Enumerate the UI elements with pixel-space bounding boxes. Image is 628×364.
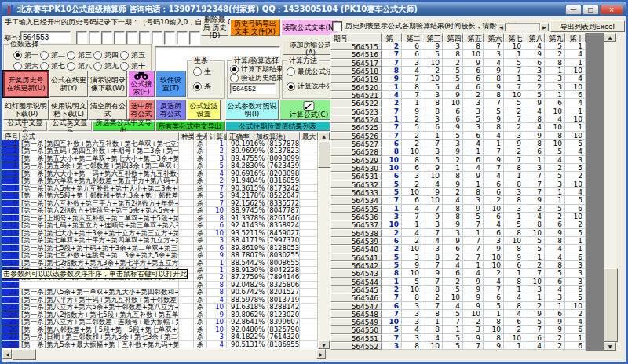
history-row[interactable]: 56455238105791426 (330, 342, 586, 350)
scroll-right-icon[interactable]: ▶ (316, 349, 326, 359)
history-row[interactable]: 56453710139745862 (330, 220, 586, 228)
formula-row[interactable]: 4[第一杀]第五3余+第七邻数差+第四3余+第二单双+第五邻数杀584.2830… (2, 162, 318, 169)
history-row[interactable]: 56454415729481063 (330, 278, 586, 286)
formula-row[interactable]: 16[第一杀]第七互补数+连跳号+第二3余+第九5余+第七2指数方杀988.78… (2, 252, 318, 259)
sha-option-sheng[interactable]: 生 (193, 67, 211, 76)
history-digit-input[interactable] (126, 31, 137, 45)
digit-option-10[interactable]: 第十 (120, 60, 147, 71)
update-formula-online-button[interactable]: 公式在线更新(Y) (49, 71, 88, 97)
calc-option-next[interactable]: 计算下期结果 (230, 65, 283, 74)
history-row[interactable]: 56454381096421753 (330, 269, 586, 277)
history-row[interactable]: 56452881039172654 (330, 147, 586, 155)
history-row[interactable]: 56452575693824101 (330, 123, 586, 131)
scroll-thumb[interactable] (318, 141, 331, 168)
history-row[interactable]: 56452147392810516 (330, 91, 586, 99)
history-row[interactable]: 56453962497310581 (330, 237, 586, 245)
formula-row[interactable]: 12[第一杀]第七码+第五立方+连顺号+第三单双+第六平方+第十杀692.414… (2, 222, 318, 229)
digit-option-2[interactable]: 第二 (40, 49, 67, 60)
history-column-header[interactable]: 第八 (524, 33, 545, 42)
formula-column-header[interactable]: 正确率（加权算法） (227, 132, 300, 140)
label-scroll-track[interactable] (506, 23, 540, 31)
demo-video-download-button[interactable]: 演示说明录像下载(W) (89, 71, 127, 97)
history-table-vscrollbar[interactable]: ▲ ▼ (604, 33, 616, 351)
history-row[interactable]: 56451676581031924 (330, 50, 586, 58)
history-row[interactable]: 56451773102945681 (330, 59, 586, 67)
scroll-down-icon[interactable]: ▼ (318, 340, 330, 349)
history-row[interactable]: 56454678210964135 (330, 293, 586, 301)
position-results-button[interactable]: 公式往期位置值结果列表 (225, 121, 330, 131)
formula-row[interactable]: 25[第一杀]第八立方+第二邻数差+连顺号+最大振幅+第三2指数杀1092.86… (2, 318, 318, 326)
history-row[interactable]: 56452910852697143 (330, 156, 586, 164)
filter-settings-button[interactable]: 公式过滤设置 (187, 100, 221, 120)
history-column-header[interactable]: 第一 (382, 33, 402, 42)
formula-row[interactable]: 2[第一杀]第五码+第四互补数+本期号+第二3余+第一5余+第十杀289.969… (2, 147, 318, 155)
scroll-left-icon[interactable]: ◀ (2, 349, 12, 359)
export-history-file-button[interactable]: 历史号码导出文本 文件(X) (230, 19, 280, 36)
history-row[interactable]: 56452221810375964 (330, 99, 586, 107)
history-digit-input[interactable] (189, 31, 200, 45)
formula-row[interactable]: 11[第一杀]上期号+第六互补数+第二单双+第十5段+第八码+第杀891.337… (2, 215, 318, 222)
history-row[interactable]: 56452018546972310 (330, 83, 586, 91)
calculate-formula-button[interactable]: 计算公式(C) (279, 100, 338, 120)
formula-column-header[interactable]: 计算值 (207, 132, 227, 140)
history-row[interactable]: 56454521085971346 (330, 286, 586, 293)
history-digit-input[interactable] (139, 31, 150, 45)
history-row[interactable]: 56452412365978410 (330, 115, 586, 123)
formula-row[interactable]: 14[第一杀]第七单双+第十平方+第四单双+第九立方+第四单双杀388.4171… (2, 237, 318, 244)
formula-row[interactable]: 17[第一杀]第七2指数方+第九3余+第七平方+第五立方+本期号杀188.544… (2, 260, 318, 267)
minimize-button[interactable]: — (565, 5, 582, 15)
formula-table-hscrollbar[interactable]: ◀ ▶ (2, 349, 326, 359)
update-history-online-button[interactable]: 开奖历史号在线更新(U) (3, 71, 49, 97)
close-button[interactable]: × (600, 5, 623, 15)
formula-row[interactable]: 28[第一杀]第九5余+最大振幅+第十互补数+第九码+第九5段+月杀490.51… (2, 341, 318, 348)
history-row[interactable]: 56453163108941752 (330, 172, 586, 180)
history-row[interactable]: 56453252491687310 (330, 180, 586, 188)
history-column-header[interactable]: 第四 (443, 33, 463, 42)
history-row[interactable]: 56454021036798541 (330, 245, 586, 253)
label-scroll-right-icon[interactable]: ▶ (540, 23, 549, 31)
formula-row[interactable]: 7[第一杀]第六5余+第九互补数+第十大小+第二3余+同上期数杀790.3615… (2, 185, 318, 192)
history-column-header[interactable]: 第二 (402, 33, 422, 42)
formula-row[interactable]: 24[第一杀]第八2指数方+第七5段+第九互补数+第五单双+第八杀989.806… (2, 311, 318, 318)
formula-row[interactable]: 5[第一杀]第六大小+第一码+第六互补数+第九互补数+第四码杀490.6916%… (2, 170, 318, 177)
export-excel-button[interactable]: 导出列表到Excel (550, 20, 625, 32)
history-row[interactable]: 56453476104328915 (330, 196, 586, 204)
formula-row[interactable]: 10[第一杀]第六2指数方+连跳号+第三5余+第六5余+上期号+第杀1088.9… (2, 207, 318, 214)
software-settings-button[interactable]: 软件设置(T) (155, 71, 186, 97)
formula-row[interactable]: 23[第一杀]第八立方+第六5余+第十邻数差+第八立方+第九2指杀1091.63… (2, 304, 318, 311)
history-row[interactable]: 56454259741106283 (330, 261, 586, 269)
formula-column-header[interactable]: 生杀 (194, 132, 207, 140)
method-option-best[interactable]: 最优公式法 (287, 67, 333, 76)
history-column-header[interactable]: 第十 (565, 33, 586, 42)
history-row[interactable]: 56452672156439810 (330, 132, 586, 140)
scroll-up-icon[interactable]: ▲ (318, 132, 330, 140)
history-row[interactable]: 56453514789103256 (330, 205, 586, 213)
formula-row[interactable]: 8[第一杀]第六5段+第十邻数和+第九3余+第十邻数差+第二互杀594.2178… (2, 192, 318, 199)
chinese-display-button[interactable]: 公式中文显示 (3, 121, 47, 131)
formula-search-button[interactable]: 公式搜索(F) (128, 71, 155, 97)
history-column-header[interactable]: 第九 (545, 33, 565, 42)
formula-column-header[interactable]: 序号 (2, 132, 20, 140)
select-all-formulas-button[interactable]: 选中所有公式 (128, 100, 155, 120)
history-row[interactable]: 56454873851014962 (330, 310, 586, 318)
history-row[interactable]: 56455054813102796 (330, 326, 586, 333)
history-row[interactable]: 56454763749582110 (330, 302, 586, 310)
export-all-chinese-button[interactable]: 所有类公式中文导出 (155, 121, 225, 131)
history-column-header[interactable]: 第五 (463, 33, 484, 42)
history-digit-input[interactable] (164, 31, 175, 45)
scroll-thumb[interactable] (604, 268, 618, 342)
scroll-up-icon[interactable]: ▲ (604, 33, 616, 42)
history-row[interactable]: 56454910317286594 (330, 318, 586, 326)
history-digit-input[interactable] (89, 31, 100, 45)
delete-last-history-button[interactable]: 删除最后 历史(D) (201, 19, 228, 36)
history-row[interactable]: 56451997105681234 (330, 75, 586, 82)
maximize-button[interactable]: □ (582, 5, 599, 15)
clear-all-formulas-button[interactable]: 清空所有公式 (89, 100, 127, 120)
history-column-header[interactable]: 期号 (330, 33, 382, 42)
formula-row[interactable]: 6[第一杀]第六单双+第九邻数差+第五平方+第八码+最大振幅杀291.9404%… (2, 177, 318, 184)
formula-column-header[interactable]: 最大 (300, 132, 318, 140)
formula-column-header[interactable]: 公式 (20, 132, 179, 140)
formula-row[interactable]: 20杀892.0482% (8325806/9045050) (2, 282, 318, 289)
history-row[interactable]: 56454153827109146 (330, 253, 586, 261)
label-scroll-left-icon[interactable]: ◀ (497, 23, 506, 31)
